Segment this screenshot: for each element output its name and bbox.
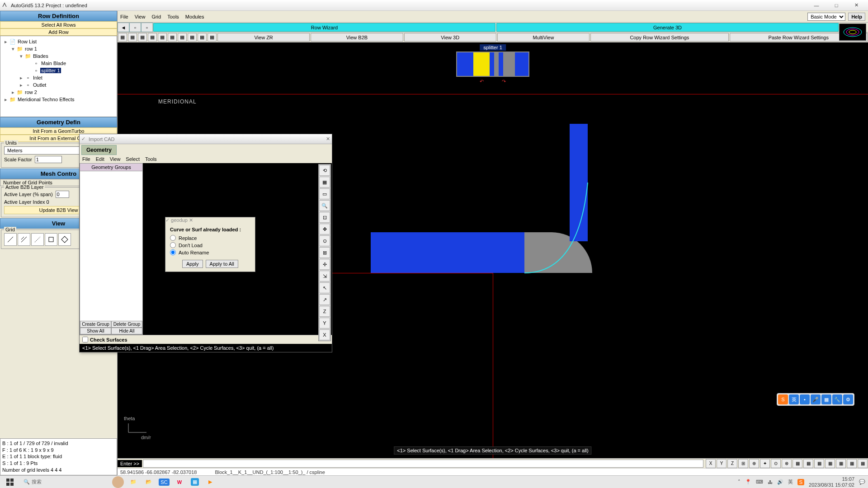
geodup-dialog[interactable]: ✓ geodup ✕ Curve or Surf already loaded … [165, 217, 255, 272]
tb-app-5[interactable]: W [172, 476, 187, 488]
tray-ime-icon[interactable]: ⌨ [756, 479, 763, 485]
geo-tool-zoom[interactable]: 🔍 [319, 200, 330, 211]
ime-toolbox-button[interactable]: 🔧 [832, 394, 842, 404]
cmd-tool-6[interactable]: ▦ [793, 459, 802, 468]
geo-tool-rect[interactable]: ▭ [319, 188, 330, 199]
mode-select[interactable]: Basic Mode [807, 13, 845, 21]
geodup-close-button[interactable]: ✕ [189, 217, 193, 223]
help-button[interactable]: Help [848, 13, 865, 21]
vb-icon-1[interactable]: ▦ [118, 33, 127, 42]
geo-tool-pick1[interactable]: ↖ [319, 282, 330, 293]
generate-3d-button[interactable]: Generate 3D [496, 23, 839, 32]
radio-replace[interactable]: Replace [170, 235, 250, 241]
undo-icon[interactable]: ↶ [480, 79, 484, 84]
ime-toolbar[interactable]: S 英 • 🎤 ▦ 🔧 ⚙ [777, 393, 854, 406]
menu-tools[interactable]: Tools [167, 14, 179, 19]
vb-icon-2[interactable]: ▦ [128, 33, 137, 42]
tree-splitter1[interactable]: ▫splitter 1 [1, 67, 116, 74]
multiview-button[interactable]: MultiView [497, 33, 590, 42]
geometry-groups-list[interactable] [80, 171, 142, 321]
create-group-button[interactable]: Create Group [80, 321, 111, 328]
geo-tool-pick2[interactable]: ↗ [319, 294, 330, 305]
radio-auto-rename[interactable]: Auto Rename [170, 249, 250, 255]
axis-x-button[interactable]: X [706, 459, 716, 468]
axis-y-button[interactable]: Y [717, 459, 726, 468]
import-cad-close-button[interactable]: ✕ [326, 136, 330, 142]
geodup-apply-all-button[interactable]: Apply to All [206, 260, 238, 268]
vb-icon-7[interactable]: ▦ [178, 33, 187, 42]
grid-tool-3[interactable] [31, 233, 44, 246]
tray-network-icon[interactable]: 🖧 [768, 479, 773, 485]
cad-menu-tools[interactable]: Tools [145, 156, 157, 162]
redo-icon[interactable]: ↷ [502, 79, 506, 84]
command-input[interactable] [143, 460, 703, 468]
nav-back-button[interactable]: ◄ [118, 23, 129, 32]
tray-clock[interactable]: 15:07 2023/08/31 15:07:02 [809, 476, 854, 487]
tree-row1[interactable]: ▾📁row 1 [1, 45, 116, 52]
import-cad-titlebar[interactable]: ✓ Import CAD ✕ [80, 134, 332, 144]
tray-notifications-icon[interactable]: 💬 [859, 479, 865, 485]
radio-dont-load[interactable]: Don't Load [170, 242, 250, 248]
menu-view[interactable]: View [135, 14, 146, 19]
check-surfaces-checkbox[interactable] [82, 337, 88, 343]
cmd-tool-8[interactable]: ▦ [814, 459, 824, 468]
vb-icon-8[interactable]: ▦ [188, 33, 197, 42]
geo-tool-fit[interactable]: ⊞ [319, 247, 330, 258]
cmd-tool-10[interactable]: ▦ [836, 459, 846, 468]
geo-axis-x[interactable]: X [319, 329, 330, 340]
copy-wizard-button[interactable]: Copy Row Wizard Settings [590, 33, 728, 42]
tb-app-3[interactable]: 📂 [141, 476, 156, 488]
grid-tool-2[interactable] [18, 233, 30, 246]
close-button[interactable]: ✕ [846, 1, 866, 10]
grid-tool-5[interactable] [58, 233, 71, 246]
ime-settings-button[interactable]: ⚙ [843, 394, 853, 404]
geo-tool-scale[interactable]: ⇲ [319, 271, 330, 282]
cmd-tool-1[interactable]: ⊞ [738, 459, 748, 468]
geo-tool-move[interactable]: ✢ [319, 259, 330, 270]
cmd-tool-5[interactable]: ⊗ [782, 459, 792, 468]
tb-app-1[interactable] [112, 476, 124, 488]
vb-icon-10[interactable]: ▦ [208, 33, 217, 42]
show-all-button[interactable]: Show All [80, 328, 111, 334]
geo-tool-zoomarea[interactable]: ⊡ [319, 212, 330, 223]
tray-volume-icon[interactable]: 🔊 [777, 479, 783, 485]
geo-tool-orbit[interactable]: ⊙ [319, 235, 330, 246]
taskbar-search[interactable]: 🔍 搜索 [20, 479, 110, 485]
cmd-tool-4[interactable]: ⊙ [771, 459, 781, 468]
tray-chevron-icon[interactable]: ˄ [738, 479, 741, 485]
nav-save-button[interactable]: ▫ [141, 23, 153, 32]
cad-menu-select[interactable]: Select [126, 156, 140, 162]
hide-all-button[interactable]: Hide All [111, 328, 142, 334]
grid-tool-4[interactable] [45, 233, 57, 246]
add-row-button[interactable]: Add Row [0, 28, 117, 36]
tb-app-2[interactable]: 📁 [126, 476, 141, 488]
geodup-titlebar[interactable]: ✓ geodup ✕ [165, 217, 255, 223]
tray-location-icon[interactable]: 📍 [745, 479, 751, 485]
ime-mic-icon[interactable]: 🎤 [811, 394, 821, 404]
delete-group-button[interactable]: Delete Group [111, 321, 142, 328]
cmd-tool-12[interactable]: ▦ [858, 459, 868, 468]
tray-lang[interactable]: 英 [788, 479, 793, 485]
tb-app-7[interactable]: ▶ [203, 476, 218, 488]
select-all-rows-button[interactable]: Select All Rows [0, 21, 117, 28]
row-tree[interactable]: ▸📄Row List ▾📁row 1 ▾📁Blades ▫Main Blade … [0, 36, 117, 117]
ime-skin-button[interactable]: ▦ [821, 394, 831, 404]
tree-main-blade[interactable]: ▫Main Blade [1, 60, 116, 67]
view-3d-button[interactable]: View 3D [404, 33, 496, 42]
vb-icon-5[interactable]: ▦ [158, 33, 167, 42]
geo-tool-cube[interactable]: ▦ [319, 177, 330, 188]
tree-blades[interactable]: ▾📁Blades [1, 52, 116, 60]
ime-punct-button[interactable]: • [800, 394, 810, 404]
cad-menu-file[interactable]: File [82, 156, 90, 162]
cmd-tool-2[interactable]: ⊕ [749, 459, 759, 468]
scale-factor-input[interactable] [35, 156, 62, 163]
cmd-tool-9[interactable]: ▦ [825, 459, 835, 468]
vb-icon-3[interactable]: ▦ [138, 33, 147, 42]
cmd-tool-3[interactable]: ✦ [760, 459, 770, 468]
geometry-tab[interactable]: Geometry [81, 145, 117, 155]
cad-menu-edit[interactable]: Edit [96, 156, 104, 162]
minimize-button[interactable]: — [807, 1, 826, 10]
geo-tool-pan[interactable]: ✥ [319, 224, 330, 235]
menu-file[interactable]: File [120, 14, 128, 19]
tb-app-6[interactable]: ▦ [187, 476, 203, 488]
